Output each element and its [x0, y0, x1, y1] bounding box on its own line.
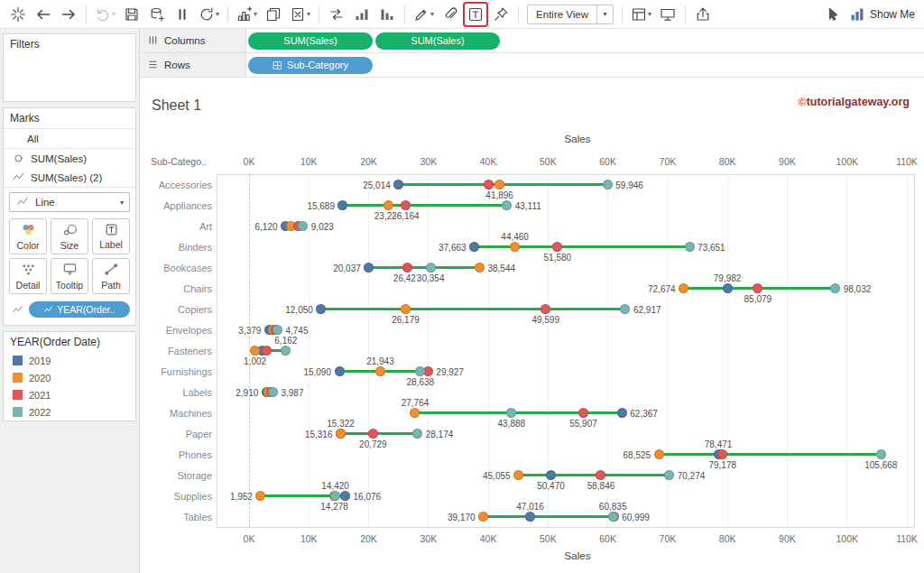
columns-shelf[interactable]: Columns SUM(Sales)SUM(Sales)	[140, 29, 924, 53]
category-label-chairs[interactable]: Chairs	[143, 283, 212, 294]
mark-dot-2022[interactable]	[298, 221, 308, 231]
mark-dot-2019[interactable]	[364, 263, 374, 273]
marks-item-sum-sales-2[interactable]: SUM(Sales) (2)	[4, 168, 135, 187]
mark-dot-2021[interactable]	[552, 242, 562, 252]
sort-ascending-button[interactable]	[351, 4, 373, 25]
rows-pill-sub-category[interactable]: Sub-Category	[248, 57, 373, 74]
mark-dot-2021[interactable]	[578, 408, 588, 418]
mark-line[interactable]	[321, 308, 625, 310]
mark-dot-2021[interactable]	[262, 346, 272, 356]
tooltip-button[interactable]: Tooltip	[51, 258, 88, 294]
mark-dot-2019[interactable]	[546, 470, 556, 480]
mark-dot-2020[interactable]	[401, 304, 411, 314]
mark-dot-2021[interactable]	[753, 283, 762, 293]
sort-descending-button[interactable]	[376, 4, 398, 25]
mark-type-dropdown[interactable]: Line ▾	[9, 192, 130, 212]
category-label-paper[interactable]: Paper	[143, 429, 212, 439]
mark-dot-2022[interactable]	[685, 242, 695, 252]
mark-dot-2022[interactable]	[502, 200, 512, 210]
mark-line[interactable]	[484, 515, 614, 518]
legend-item-2019[interactable]: 2019	[4, 352, 135, 369]
swap-rows-columns-button[interactable]	[326, 4, 347, 25]
category-label-tables[interactable]: Tables	[143, 512, 212, 522]
mark-line[interactable]	[343, 204, 507, 207]
mark-dot-2020[interactable]	[513, 470, 523, 480]
legend-item-2021[interactable]: 2021	[4, 386, 135, 403]
columns-pill-sum-sales[interactable]: SUM(Sales)	[375, 32, 500, 50]
tableau-logo-button[interactable]	[7, 4, 29, 25]
mark-dot-2022[interactable]	[608, 512, 618, 522]
new-worksheet-button[interactable]: ▾	[235, 4, 259, 25]
mark-dot-2020[interactable]	[510, 242, 520, 252]
fix-axes-button[interactable]	[490, 4, 512, 25]
category-label-supplies[interactable]: Supplies	[143, 491, 212, 502]
category-label-fasteners[interactable]: Fasteners	[143, 346, 212, 356]
category-label-accessories[interactable]: Accessories	[143, 180, 212, 190]
detail-button[interactable]: Detail	[9, 258, 47, 294]
columns-pill-sum-sales[interactable]: SUM(Sales)	[248, 32, 373, 50]
share-workbook-button[interactable]	[692, 4, 714, 25]
mark-line[interactable]	[659, 453, 881, 456]
mark-dot-2021[interactable]	[596, 470, 605, 480]
mark-dot-2020[interactable]	[410, 408, 420, 418]
mark-dot-2019[interactable]	[525, 512, 535, 522]
mark-dot-2019[interactable]	[337, 200, 347, 210]
duplicate-sheet-button[interactable]	[263, 4, 284, 25]
mark-dot-2022[interactable]	[506, 408, 516, 418]
mark-dot-2022[interactable]	[664, 470, 674, 480]
mark-dot-2020[interactable]	[494, 180, 504, 189]
mark-dot-2020[interactable]	[679, 283, 688, 293]
pointer-tool-button[interactable]	[822, 4, 844, 25]
category-label-art[interactable]: Art	[143, 221, 212, 232]
mark-dot-2020[interactable]	[383, 200, 393, 210]
mark-dot-2019[interactable]	[723, 283, 733, 293]
category-label-bookcases[interactable]: Bookcases	[143, 263, 212, 273]
run-auto-updates-button[interactable]: ▾	[197, 4, 221, 25]
show-me-button[interactable]: Show Me	[847, 4, 917, 25]
color-button[interactable]: Color	[9, 218, 47, 254]
mark-dot-2022[interactable]	[426, 263, 436, 273]
category-label-copiers[interactable]: Copiers	[143, 304, 212, 315]
mark-dot-2022[interactable]	[876, 449, 886, 459]
mark-dot-2022[interactable]	[281, 346, 291, 356]
mark-dot-2021[interactable]	[368, 429, 378, 439]
highlight-button[interactable]: ▾	[411, 4, 436, 25]
mark-line[interactable]	[415, 411, 622, 414]
marks-item-sum-sales[interactable]: SUM(Sales)	[4, 149, 135, 168]
mark-dot-2020[interactable]	[475, 263, 485, 273]
label-button[interactable]: Label	[92, 218, 130, 254]
mark-dot-2022[interactable]	[620, 304, 630, 314]
path-button[interactable]: Path	[92, 258, 130, 294]
redo-button[interactable]	[58, 4, 79, 25]
mark-dot-2021[interactable]	[541, 304, 550, 314]
mark-dot-2019[interactable]	[617, 408, 627, 418]
category-label-storage[interactable]: Storage	[143, 470, 212, 481]
rows-shelf[interactable]: Rows Sub-Category	[140, 53, 924, 78]
mark-dot-2019[interactable]	[316, 304, 326, 314]
mark-dot-2021[interactable]	[401, 200, 411, 210]
category-label-appliances[interactable]: Appliances	[143, 200, 212, 211]
clear-sheet-button[interactable]: ▾	[288, 4, 312, 25]
mark-dot-2022[interactable]	[603, 180, 613, 189]
mark-dot-2019[interactable]	[335, 366, 345, 376]
mark-dot-2022[interactable]	[268, 387, 278, 397]
show-hide-cards-button[interactable]: ▾	[629, 4, 653, 25]
category-label-labels[interactable]: Labels	[143, 387, 212, 398]
mark-dot-2021[interactable]	[402, 263, 412, 273]
mark-line[interactable]	[341, 432, 418, 435]
mark-line[interactable]	[369, 266, 480, 269]
mark-dot-2019[interactable]	[340, 491, 350, 501]
mark-dot-2019[interactable]	[469, 242, 479, 252]
mark-dot-2020[interactable]	[336, 429, 346, 439]
mark-dot-2022[interactable]	[330, 491, 340, 501]
category-label-envelopes[interactable]: Envelopes	[143, 325, 212, 336]
fit-selector[interactable]: Entire View▾	[527, 5, 614, 24]
mark-dot-2021[interactable]	[484, 180, 494, 189]
category-label-furnishings[interactable]: Furnishings	[143, 366, 212, 377]
new-data-source-button[interactable]	[146, 4, 168, 25]
mark-dot-2019[interactable]	[393, 180, 403, 189]
mark-dot-2020[interactable]	[654, 449, 664, 459]
mark-dot-2022[interactable]	[273, 325, 282, 335]
mark-line[interactable]	[475, 245, 690, 248]
category-label-binders[interactable]: Binders	[143, 242, 212, 253]
